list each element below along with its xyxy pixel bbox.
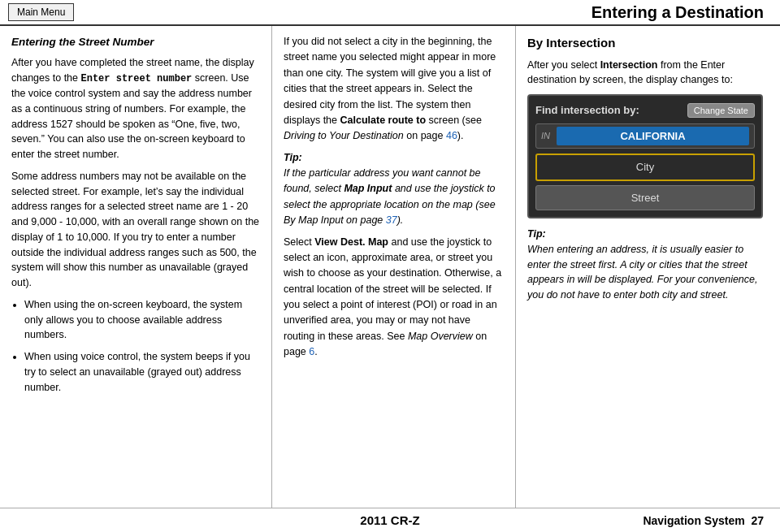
view-dest-map-bold: View Dest. Map — [314, 236, 388, 248]
state-value: CALIFORNIA — [557, 127, 749, 146]
map-overview-italic: Map Overview — [408, 331, 473, 342]
footer-center: 2011 CR-Z — [360, 513, 419, 527]
mid-tip: Tip: If the particular address you want … — [284, 150, 504, 229]
left-heading: Entering the Street Number — [11, 34, 260, 50]
right-column: By Intersection After you select Interse… — [516, 26, 780, 508]
mid-para2: Select View Dest. Map and use the joysti… — [284, 235, 504, 361]
mid-tip-label: Tip: — [284, 152, 302, 163]
city-row[interactable]: City — [535, 154, 755, 181]
main-menu-button[interactable]: Main Menu — [8, 3, 74, 21]
nav-ui-box: Find intersection by: Change State IN CA… — [527, 94, 763, 218]
footer-right: Navigation System 27 — [643, 514, 764, 527]
left-bullet2: When using voice control, the system bee… — [24, 349, 260, 395]
right-intro: After you select Intersection from the E… — [527, 58, 769, 89]
left-para1: After you have completed the street name… — [11, 55, 260, 162]
in-label: IN — [541, 129, 550, 143]
driving-destination-italic: Driving to Your Destination — [284, 130, 404, 141]
left-column: Entering the Street Number After you hav… — [0, 26, 272, 508]
content-area: Entering the Street Number After you hav… — [0, 26, 780, 508]
map-input-bold: Map Input — [344, 183, 392, 194]
right-tip-text: When entering an address, it is usually … — [527, 244, 758, 301]
calculate-route-bold: Calculate route to — [340, 115, 427, 126]
right-heading: By Intersection — [527, 34, 769, 53]
find-intersection-label: Find intersection by: — [535, 102, 681, 119]
link-37[interactable]: 37 — [386, 214, 397, 226]
top-bar: Main Menu Entering a Destination — [0, 0, 780, 26]
link-46[interactable]: 46 — [446, 130, 457, 141]
nav-in-row: IN CALIFORNIA — [535, 123, 755, 149]
page-title: Entering a Destination — [592, 3, 772, 22]
street-row[interactable]: Street — [535, 185, 755, 211]
mid-tip-text: If the particular address you want canno… — [284, 167, 496, 226]
mid-para1: If you did not select a city in the begi… — [284, 34, 504, 145]
nav-top-row: Find intersection by: Change State — [535, 102, 755, 119]
change-state-button[interactable]: Change State — [687, 103, 755, 118]
middle-column: If you did not select a city in the begi… — [272, 26, 516, 508]
left-list: When using the on-screen keyboard, the s… — [24, 297, 260, 396]
page-number: 27 — [751, 514, 764, 527]
right-tip: Tip: When entering an address, it is usu… — [527, 227, 769, 303]
enter-street-number-mono: Enter street number — [81, 73, 193, 84]
left-para2: Some address numbers may not be availabl… — [11, 169, 260, 291]
right-tip-label: Tip: — [527, 228, 546, 240]
nav-system-label: Navigation System — [643, 514, 744, 527]
footer: 2011 CR-Z Navigation System 27 — [0, 508, 780, 532]
intersection-bold: Intersection — [600, 59, 658, 71]
left-bullet1: When using the on-screen keyboard, the s… — [24, 297, 260, 343]
